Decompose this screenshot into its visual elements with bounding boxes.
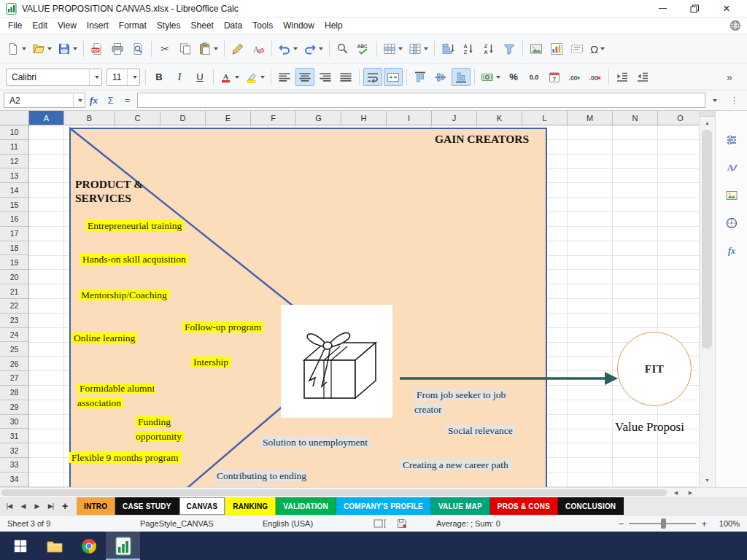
canvas-gray-item[interactable]: Solution to unemployment [260,435,370,450]
row-header-17[interactable]: 17 [0,227,28,241]
column-header-I[interactable]: I [387,111,432,125]
taskbar-chrome-icon[interactable] [71,532,106,560]
canvas-gray-item[interactable]: From job seeker to job creator [414,388,506,416]
row-header-20[interactable]: 20 [0,270,28,284]
dropdown-caret-icon[interactable] [214,47,218,50]
zoom-level[interactable]: 100% [712,519,740,528]
canvas-gray-item[interactable]: Social relevance [446,424,515,438]
font-size-combo[interactable]: 11 [107,69,140,86]
column-header-J[interactable]: J [432,111,477,125]
scroll-up-button[interactable]: ▲ [700,117,715,128]
last-sheet-button[interactable]: ▶| [44,499,58,513]
add-sheet-button[interactable]: + [58,499,72,513]
canvas-gray-item[interactable]: Contributing to ending unemployment [214,469,306,487]
sheet-tab-conclusion[interactable]: CONCLUSION [558,497,624,515]
first-sheet-button[interactable]: |◀ [2,499,16,513]
horizontal-scroll-thumb[interactable] [1,489,667,496]
row-header-29[interactable]: 29 [0,400,28,415]
sheet-tab-intro[interactable]: INTRO [77,497,115,515]
row-header-18[interactable]: 18 [0,241,28,256]
restore-button[interactable] [678,0,711,17]
expand-formula-bar-icon[interactable] [708,99,719,102]
menu-insert[interactable]: Insert [82,18,114,33]
zoom-slider-thumb[interactable] [661,518,666,529]
zoom-slider[interactable] [629,523,696,524]
align-left-button[interactable] [275,68,294,86]
open-button[interactable] [30,39,54,59]
special-character-button[interactable]: Ω [588,39,607,59]
vertical-scrollbar[interactable]: ▲ ▼ [699,111,715,487]
canvas-gray-item[interactable]: Creating a new career path [400,458,511,472]
row-header-28[interactable]: 28 [0,386,28,400]
sum-button[interactable]: Σ [102,93,119,109]
sheet-tab-validation[interactable]: VALIDATION [276,497,336,515]
format-date-button[interactable]: 7 [545,68,564,86]
column-header-H[interactable]: H [341,111,387,125]
highlight-color-button[interactable] [243,68,267,86]
scroll-right-button[interactable]: ▶ [684,488,697,497]
sheet-tab-value-map[interactable]: VALUE MAP [431,497,490,515]
scroll-left-button[interactable]: ◀ [669,488,683,497]
column-header-F[interactable]: F [251,111,296,125]
increase-indent-button[interactable] [613,68,632,86]
align-right-button[interactable] [316,68,335,86]
dropdown-caret-icon[interactable] [235,76,239,79]
column-header-A[interactable]: A [29,111,64,125]
sort-descending-button[interactable]: ZA [479,39,498,59]
align-justify-button[interactable] [336,68,355,86]
sidebar-gallery-icon[interactable] [721,185,742,206]
wrap-text-button[interactable] [363,68,382,86]
statusbar-stats[interactable]: Average: ; Sum: 0 [436,519,500,528]
row-header-10[interactable]: 10 [0,125,28,140]
dropdown-caret-icon[interactable] [22,47,26,50]
taskbar-explorer-icon[interactable] [37,532,71,560]
row-header-24[interactable]: 24 [0,328,28,343]
dropdown-caret-icon[interactable] [398,47,403,50]
align-middle-button[interactable] [431,68,450,86]
sheet-tab-pros-cons[interactable]: PROS & CONS [490,497,558,515]
redo-button[interactable] [301,39,325,59]
taskbar-start-icon[interactable] [3,532,37,560]
page-style[interactable]: PageStyle_CANVAS [140,519,263,528]
row-header-34[interactable]: 34 [0,472,28,487]
dropdown-caret-icon[interactable] [496,76,500,79]
font-color-button[interactable]: A [217,68,241,86]
gain-creators-label[interactable]: GAIN CREATORS [435,132,529,146]
chevron-down-icon[interactable] [78,99,82,102]
column-header-C[interactable]: C [115,111,160,125]
menu-format[interactable]: Format [114,18,152,33]
dropdown-caret-icon[interactable] [424,47,428,50]
menu-tools[interactable]: Tools [247,18,278,33]
clear-formatting-button[interactable]: A [249,39,268,59]
dropdown-caret-icon[interactable] [73,47,77,50]
column-header-K[interactable]: K [477,111,522,125]
canvas-yellow-item[interactable]: Follow-up program [182,320,263,335]
close-button[interactable]: × [711,0,743,17]
spreadsheet-cells[interactable]: GAIN CREATORS PRODUCT & SERVICES FIT Val… [29,125,699,487]
canvas-yellow-item[interactable]: Entrepreneurial training [85,219,184,233]
delete-decimal-button[interactable]: .00 [586,68,605,86]
previous-sheet-button[interactable]: ◀ [16,499,30,513]
undo-button[interactable] [276,39,300,59]
dropdown-caret-icon[interactable] [319,47,323,50]
merge-cells-button[interactable] [384,68,403,86]
chevron-down-icon[interactable] [133,76,137,79]
find-replace-button[interactable] [333,39,352,59]
text-language[interactable]: English (USA) [263,519,374,528]
format-percent-button[interactable]: % [504,68,523,86]
select-all-corner[interactable] [0,111,29,125]
horizontal-scrollbar[interactable]: ◀ ▶ [0,487,747,497]
menu-view[interactable]: View [53,18,82,33]
canvas-yellow-item[interactable]: Mentorship/Coaching [79,288,169,303]
sidebar-properties-icon[interactable] [721,130,742,150]
clone-formatting-button[interactable] [228,39,247,59]
column-header-D[interactable]: D [160,111,206,125]
menu-edit[interactable]: Edit [27,18,53,33]
insert-image-button[interactable] [527,39,546,59]
format-number-button[interactable]: 0.0 [525,68,543,86]
sidebar-navigator-icon[interactable] [721,213,742,233]
product-services-label[interactable]: PRODUCT & SERVICES [75,177,143,206]
row-header-22[interactable]: 22 [0,299,28,314]
insert-row-button[interactable] [381,39,405,59]
function-wizard-button[interactable]: fx [85,93,102,109]
